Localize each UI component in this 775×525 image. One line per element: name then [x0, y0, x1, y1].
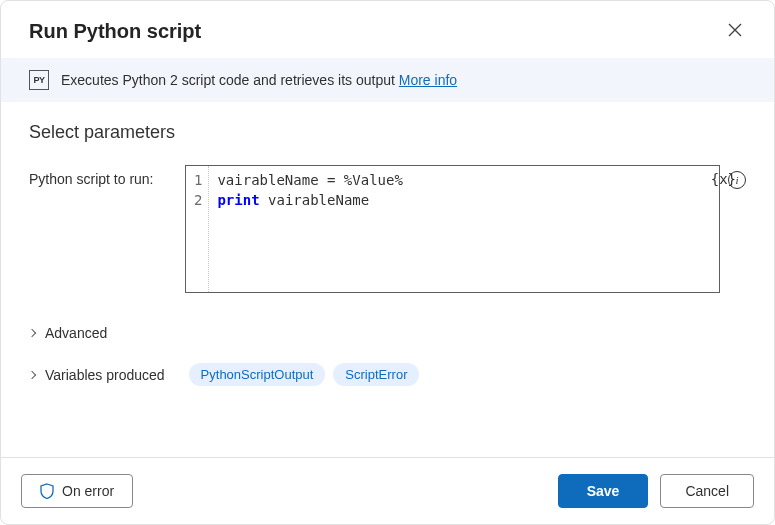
chevron-right-icon [28, 329, 36, 337]
dialog-title: Run Python script [29, 20, 201, 43]
python-icon: PY [29, 70, 49, 90]
variable-chip[interactable]: ScriptError [333, 363, 419, 386]
variables-produced-toggle[interactable]: Variables produced PythonScriptOutput Sc… [29, 357, 746, 392]
field-python-script: Python script to run: 1 2 vairableName =… [29, 165, 746, 293]
code-line: print vairableName [217, 190, 402, 210]
dialog-body: Select parameters Python script to run: … [1, 102, 774, 457]
close-icon [728, 23, 742, 37]
editor-gutter: 1 2 [186, 166, 209, 292]
line-number: 2 [194, 190, 202, 210]
insert-variable-button[interactable]: {x} [711, 171, 720, 187]
editor-wrap: 1 2 vairableName = %Value%print vairable… [185, 165, 746, 293]
advanced-section-toggle[interactable]: Advanced [29, 319, 746, 347]
dialog-footer: On error Save Cancel [1, 457, 774, 524]
cancel-label: Cancel [685, 483, 729, 499]
save-label: Save [587, 483, 620, 499]
editor-code[interactable]: vairableName = %Value%print vairableName [209, 166, 410, 292]
section-heading: Select parameters [29, 122, 746, 143]
code-line: vairableName = %Value% [217, 170, 402, 190]
dialog-header: Run Python script [1, 1, 774, 58]
on-error-label: On error [62, 483, 114, 499]
info-bar-description: Executes Python 2 script code and retrie… [61, 72, 395, 88]
on-error-button[interactable]: On error [21, 474, 133, 508]
more-info-link[interactable]: More info [399, 72, 457, 88]
code-editor[interactable]: 1 2 vairableName = %Value%print vairable… [185, 165, 720, 293]
cancel-button[interactable]: Cancel [660, 474, 754, 508]
advanced-label: Advanced [45, 325, 107, 341]
dialog-run-python-script: Run Python script PY Executes Python 2 s… [0, 0, 775, 525]
info-bar: PY Executes Python 2 script code and ret… [1, 58, 774, 102]
save-button[interactable]: Save [558, 474, 649, 508]
variables-produced-label: Variables produced [45, 367, 165, 383]
variable-chip[interactable]: PythonScriptOutput [189, 363, 326, 386]
shield-icon [40, 483, 54, 499]
line-number: 1 [194, 170, 202, 190]
close-button[interactable] [724, 19, 746, 44]
chevron-right-icon [28, 370, 36, 378]
info-bar-text: Executes Python 2 script code and retrie… [61, 72, 457, 88]
field-label: Python script to run: [29, 165, 169, 187]
